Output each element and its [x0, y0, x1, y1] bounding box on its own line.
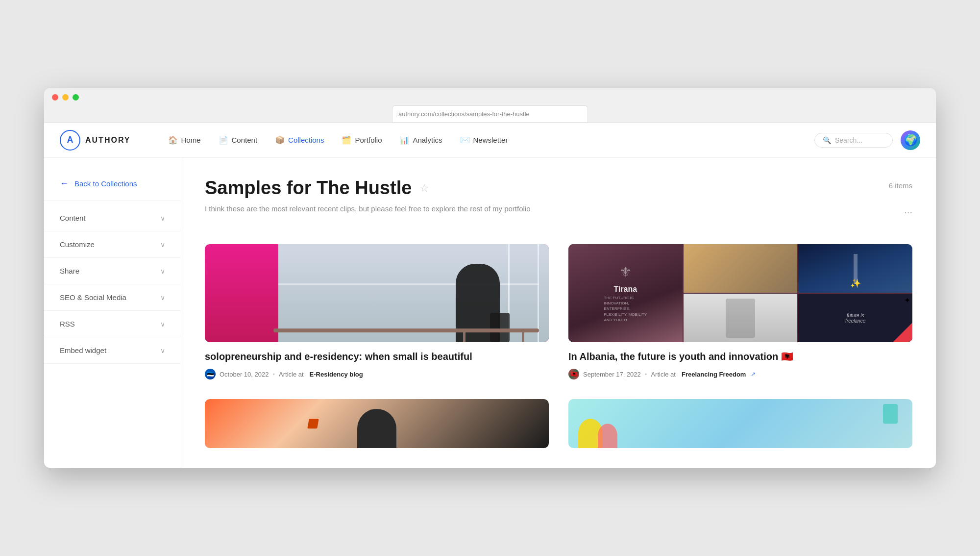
- article-date-albania: September 17, 2022: [583, 371, 641, 378]
- url-text: authory.com/collections/samples-for-the-…: [398, 110, 530, 118]
- chevron-down-icon: ∨: [160, 214, 165, 222]
- back-arrow-icon: ←: [60, 178, 69, 189]
- more-options-icon[interactable]: ···: [904, 206, 912, 218]
- logo-area[interactable]: A AUTHORY: [60, 130, 131, 151]
- top-nav: A AUTHORY 🏠 Home 📄 Content 📦 Collections: [44, 123, 936, 158]
- search-placeholder: Search...: [835, 136, 862, 144]
- article-card-albania[interactable]: ⚜ Tirana THE FUTURE ISINNOVATION,ENTERPR…: [568, 244, 912, 379]
- separator: •: [645, 371, 647, 378]
- source-icon-freelancing: 🇦🇱: [568, 369, 579, 379]
- sidebar-item-rss[interactable]: RSS ∨: [44, 311, 181, 337]
- content-area: Samples for The Hustle ☆ 6 items I think…: [181, 158, 936, 468]
- collections-icon: 📦: [275, 135, 285, 145]
- albania-meeting-cell: [684, 244, 798, 293]
- browser-chrome: authory.com/collections/samples-for-the-…: [44, 88, 936, 123]
- nav-collections-label: Collections: [288, 136, 324, 144]
- nav-collections[interactable]: 📦 Collections: [267, 131, 332, 149]
- article-title-solopreneurship: solopreneurship and e-residency: when sm…: [205, 350, 549, 363]
- article-source-solopreneurship: E-Residency blog: [310, 371, 363, 378]
- nav-items: 🏠 Home 📄 Content 📦 Collections 🗂️ Portfo…: [160, 131, 814, 149]
- home-icon: 🏠: [168, 135, 178, 145]
- article-image-partial-1: [205, 399, 549, 448]
- article-image-solopreneurship: [205, 244, 549, 342]
- sidebar-content-label: Content: [60, 214, 86, 222]
- back-label: Back to Collections: [74, 179, 137, 188]
- nav-content-label: Content: [232, 136, 258, 144]
- content-icon: 📄: [219, 135, 228, 145]
- nav-right: 🔍 Search... 🌍: [814, 130, 920, 150]
- future-freelance-text: future isfreelance: [843, 311, 867, 326]
- red-triangle-decoration: [893, 323, 912, 342]
- article-image-partial-2: [568, 399, 912, 448]
- logo-icon: A: [60, 130, 80, 151]
- avatar-image: 🌍: [904, 134, 917, 147]
- nav-home[interactable]: 🏠 Home: [160, 131, 209, 149]
- nav-portfolio[interactable]: 🗂️ Portfolio: [334, 131, 390, 149]
- chevron-down-icon: ∨: [160, 241, 165, 249]
- sidebar-item-embed[interactable]: Embed widget ∨: [44, 337, 181, 364]
- article-date-solopreneurship: October 10, 2022: [220, 371, 269, 378]
- minimize-dot[interactable]: [62, 94, 69, 101]
- article-source-albania: Freelancing Freedom: [682, 371, 746, 378]
- nav-newsletter[interactable]: ✉️ Newsletter: [452, 131, 516, 149]
- address-bar[interactable]: authory.com/collections/samples-for-the-…: [392, 105, 588, 122]
- nav-content[interactable]: 📄 Content: [211, 131, 266, 149]
- chevron-down-icon: ∨: [160, 267, 165, 275]
- items-count: 6 items: [889, 177, 912, 190]
- sidebar-item-seo[interactable]: SEO & Social Media ∨: [44, 284, 181, 311]
- analytics-icon: 📊: [399, 135, 409, 145]
- albania-image-bg: ⚜ Tirana THE FUTURE ISINNOVATION,ENTERPR…: [568, 244, 912, 342]
- search-icon: 🔍: [823, 136, 831, 144]
- favorite-star-icon[interactable]: ☆: [419, 182, 429, 195]
- search-box[interactable]: 🔍 Search...: [814, 133, 893, 148]
- sidebar-item-share[interactable]: Share ∨: [44, 258, 181, 284]
- browser-window: authory.com/collections/samples-for-the-…: [44, 88, 936, 468]
- page-title: Samples for The Hustle: [205, 177, 412, 199]
- nav-portfolio-label: Portfolio: [355, 136, 382, 144]
- albania-city-name: Tirana: [613, 285, 637, 294]
- solopreneurship-image-bg: [205, 244, 549, 342]
- article-title-albania: In Albania, the future is youth and inno…: [568, 350, 912, 363]
- sidebar: ← Back to Collections Content ∨ Customiz…: [44, 158, 181, 468]
- sidebar-share-label: Share: [60, 267, 79, 275]
- article-type-solopreneurship: Article at: [279, 371, 304, 378]
- sidebar-item-customize[interactable]: Customize ∨: [44, 231, 181, 258]
- nav-analytics[interactable]: 📊 Analytics: [392, 131, 450, 149]
- albania-tagline: THE FUTURE ISINNOVATION,ENTERPRISE,FLEXI…: [604, 295, 647, 323]
- app-container: A AUTHORY 🏠 Home 📄 Content 📦 Collections: [44, 123, 936, 468]
- page-title-row: Samples for The Hustle ☆: [205, 177, 429, 199]
- article-meta-solopreneurship: 🇪🇪 October 10, 2022 • Article at E-Resid…: [205, 369, 549, 379]
- collection-description: I think these are the most relevant rece…: [205, 204, 531, 213]
- albania-building-cell: [684, 294, 798, 342]
- sidebar-customize-label: Customize: [60, 240, 95, 249]
- albania-city-cell: ✨: [798, 244, 912, 293]
- article-card-solopreneurship[interactable]: solopreneurship and e-residency: when sm…: [205, 244, 549, 379]
- sidebar-seo-label: SEO & Social Media: [60, 293, 126, 302]
- albania-cell-main: ⚜ Tirana THE FUTURE ISINNOVATION,ENTERPR…: [568, 244, 683, 342]
- albania-future-cell: future isfreelance ✦: [798, 294, 912, 342]
- window-controls: [52, 94, 928, 101]
- chevron-down-icon: ∨: [160, 294, 165, 302]
- avatar[interactable]: 🌍: [901, 130, 920, 150]
- nav-newsletter-label: Newsletter: [473, 136, 508, 144]
- sidebar-rss-label: RSS: [60, 320, 75, 328]
- article-meta-albania: 🇦🇱 September 17, 2022 • Article at Freel…: [568, 369, 912, 379]
- articles-grid: solopreneurship and e-residency: when sm…: [205, 244, 912, 448]
- nav-home-label: Home: [181, 136, 201, 144]
- chevron-down-icon: ∨: [160, 320, 165, 328]
- newsletter-icon: ✉️: [460, 135, 470, 145]
- separator: •: [272, 371, 275, 378]
- external-link-icon[interactable]: ↗: [751, 371, 756, 378]
- portfolio-icon: 🗂️: [342, 135, 351, 145]
- sidebar-item-content[interactable]: Content ∨: [44, 205, 181, 231]
- main-area: ← Back to Collections Content ∨ Customiz…: [44, 158, 936, 468]
- close-dot[interactable]: [52, 94, 58, 101]
- sidebar-embed-label: Embed widget: [60, 346, 106, 354]
- maximize-dot[interactable]: [73, 94, 79, 101]
- article-type-albania: Article at: [651, 371, 676, 378]
- back-to-collections[interactable]: ← Back to Collections: [44, 173, 181, 201]
- article-card-partial-2[interactable]: [568, 399, 912, 448]
- chevron-down-icon: ∨: [160, 347, 165, 354]
- article-card-partial-1[interactable]: [205, 399, 549, 448]
- title-section: Samples for The Hustle ☆: [205, 177, 429, 199]
